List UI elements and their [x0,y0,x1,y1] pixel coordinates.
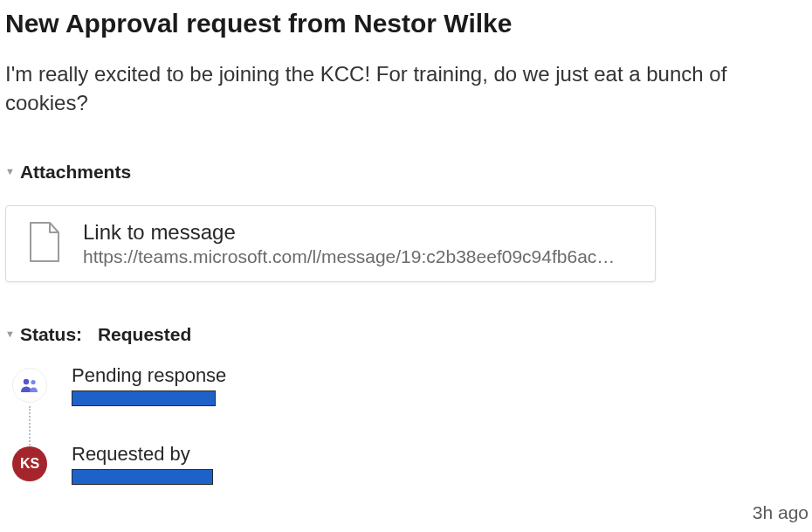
page-title: New Approval request from Nestor Wilke [5,7,807,40]
svg-point-0 [24,378,29,383]
request-body: I'm really excited to be joining the KCC… [5,59,807,118]
people-icon [12,368,47,403]
status-value: Requested [98,324,191,345]
attachments-header[interactable]: ▼ Attachments [5,162,807,183]
status-header[interactable]: ▼ Status: Requested [5,324,807,345]
requested-by-label: Requested by [72,443,213,466]
status-timeline: Pending response KS Requested by [5,364,807,485]
status-header-prefix: Status: [20,324,82,345]
caret-down-icon: ▼ [5,167,15,176]
avatar: KS [12,446,47,481]
redacted-name [72,469,213,485]
file-icon [27,221,62,266]
attachment-url: https://teams.microsoft.com/l/message/19… [83,246,624,267]
redacted-name [72,390,216,406]
avatar-initials: KS [20,456,39,472]
timeline-item-pending: Pending response [12,364,807,406]
attachment-title: Link to message [83,220,624,245]
attachments-header-label: Attachments [20,162,131,183]
attachment-card[interactable]: Link to message https://teams.microsoft.… [5,205,656,282]
caret-down-icon: ▼ [5,329,15,339]
pending-response-label: Pending response [72,364,226,387]
timeline-item-requested-by: KS Requested by [12,443,807,485]
svg-point-1 [31,380,35,384]
timestamp: 3h ago [753,502,809,523]
